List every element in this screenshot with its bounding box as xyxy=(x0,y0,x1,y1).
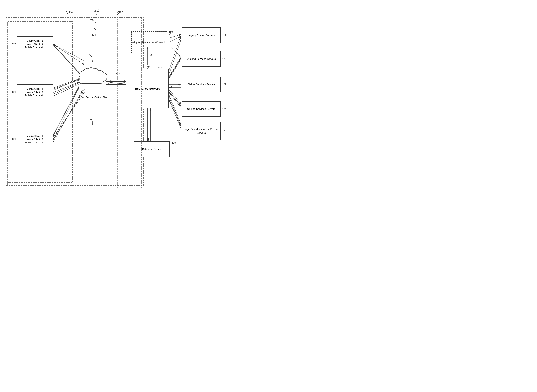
ref124-label: 124 xyxy=(222,108,226,110)
ref114b-label: 114 xyxy=(89,60,93,63)
svg-line-22 xyxy=(167,36,181,77)
ref112-label: 112 xyxy=(222,34,226,37)
svg-line-23 xyxy=(168,58,181,79)
ref110-label: 110 xyxy=(172,141,176,144)
svg-line-28 xyxy=(168,91,181,107)
ref114c-label: 114 xyxy=(89,123,93,126)
mobile-group-3: Mobile Client -1 Mobile Client - 2 Mobil… xyxy=(17,132,53,147)
mobile-group-2: Mobile Client -1 Mobile Client - 2 Mobil… xyxy=(17,84,53,100)
ref114a-label: 114 xyxy=(92,33,96,36)
ref122-label: 122 xyxy=(222,83,226,86)
svg-line-24 xyxy=(168,59,181,79)
ref118-label: 118 xyxy=(169,30,173,33)
svg-line-8 xyxy=(53,44,84,61)
svg-line-7 xyxy=(53,44,84,65)
database-server: Database Server xyxy=(134,141,170,157)
ref116-label: 116 xyxy=(158,67,162,70)
ref102-label: 102 xyxy=(119,11,123,14)
online-servers: On-line Services Servers xyxy=(182,101,221,117)
cloud-label: Cloud Services Virtual Site xyxy=(77,96,109,99)
ref106c-label: 106 xyxy=(12,137,16,140)
usage-servers: Usage Based Insurance Services Servers xyxy=(182,122,221,140)
diagram: 100 102 104 Mobile Client -1 Mobile Clie… xyxy=(0,0,268,196)
ref106a-label: 106 xyxy=(12,42,16,45)
svg-line-30 xyxy=(167,95,181,128)
quoting-servers: Quoting Services Servers xyxy=(182,51,221,67)
ref108-label: 108 xyxy=(116,72,120,75)
svg-line-29 xyxy=(167,94,181,126)
ref106b-label: 106 xyxy=(12,90,16,93)
ref120-label: 120 xyxy=(222,58,226,60)
svg-line-21 xyxy=(169,44,181,57)
insurance-servers: Insurance Servers xyxy=(126,69,169,108)
svg-line-27 xyxy=(168,90,181,105)
cloud-services: Cloud Services Virtual Site xyxy=(77,67,109,92)
mobile-group-1: Mobile Client -1 Mobile Client - 2 Mobil… xyxy=(17,36,53,52)
claims-servers: Claims Services Servers xyxy=(182,77,221,92)
ref104-label: 104 xyxy=(69,11,73,14)
legacy-servers: Legacy System Servers xyxy=(182,28,221,43)
atc-box: Adaptive Transmission Controller xyxy=(131,31,167,53)
ref126-label: 126 xyxy=(222,129,226,132)
ref100-label: 100 xyxy=(96,8,100,11)
svg-line-20 xyxy=(169,36,181,42)
